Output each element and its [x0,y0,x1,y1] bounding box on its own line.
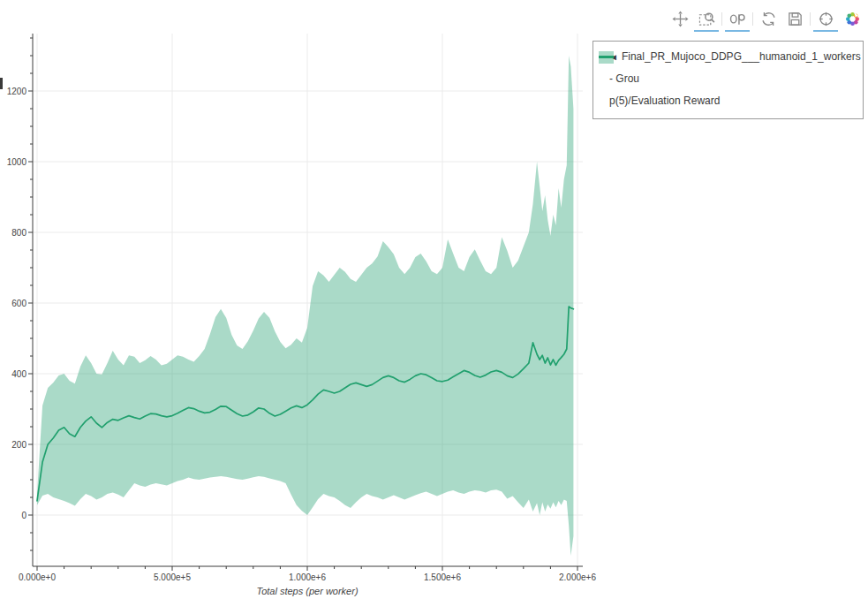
tick-label: 800 [11,228,26,238]
pan-icon [672,11,689,27]
crosshair-spikes-button[interactable] [815,8,836,29]
toolbar-separator [810,12,811,26]
toolbar-separator [721,12,722,26]
series-layer [37,56,573,556]
y-axis-title-fragment [0,78,3,89]
save-image-icon [787,11,804,27]
legend-item[interactable]: ◄Final_PR_Mujoco_DDPG___humanoid_1_worke… [599,46,857,112]
tick-label: 2.000e+6 [559,572,596,582]
reset-axes-icon [760,11,777,27]
tick-label: 400 [11,369,26,379]
legend-swatch [599,51,614,64]
chart-toolbar [667,8,865,29]
crosshair-spikes-icon [818,11,834,27]
tick-label: 200 [11,440,26,450]
tick-label: 1.500e+6 [424,572,461,582]
legend-label-line2: p(5)/Evaluation Reward [609,90,857,112]
reset-axes-button[interactable] [758,8,779,29]
box-zoom-button[interactable] [696,8,717,29]
tick-label: 0.000e+0 [19,572,56,582]
legend[interactable]: ◄Final_PR_Mujoco_DDPG___humanoid_1_worke… [593,41,864,119]
tick-label: 5.000e+5 [154,572,191,582]
logo-icon [844,11,861,27]
x-axis-title: Total steps (per worker) [256,586,358,596]
tick-label: 1000 [7,157,27,167]
zoom-in-out-button[interactable] [727,8,748,29]
legend-label-text: Final_PR_Mujoco_DDPG___humanoid_1_worker… [609,50,861,85]
pan-button[interactable] [669,8,691,29]
tick-label: 1200 [7,87,27,96]
save-image-button[interactable] [784,8,805,29]
box-zoom-icon [698,11,715,27]
legend-label: ◄Final_PR_Mujoco_DDPG___humanoid_1_worke… [609,46,857,112]
tick-label: 0 [21,511,26,520]
toolbar-separator [752,12,753,26]
zoom-in-out-icon [729,11,746,27]
logo-button[interactable] [842,8,863,29]
tick-label: 1.000e+6 [289,572,326,582]
confidence-band [37,56,573,556]
legend-label-line1: ◄Final_PR_Mujoco_DDPG___humanoid_1_worke… [609,46,857,90]
tick-label: 600 [11,299,26,308]
legend-swatch-line [599,56,614,58]
